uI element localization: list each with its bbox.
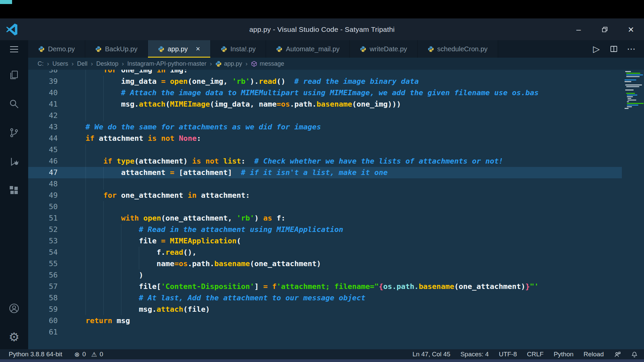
code-line[interactable]: 61: [28, 326, 644, 338]
eol-sequence[interactable]: CRLF: [527, 351, 544, 358]
code-line[interactable]: 41msg.attach(MIMEImage(img_data, name=os…: [28, 99, 644, 110]
code-line-content: # Read in the attachment using MIMEAppli…: [68, 224, 343, 235]
minimize-button[interactable]: –: [566, 18, 592, 40]
breadcrumb-file[interactable]: app.py: [215, 60, 242, 67]
restore-button[interactable]: [592, 18, 618, 40]
account-icon[interactable]: [6, 300, 22, 316]
indent-guide: [68, 133, 86, 144]
code-line[interactable]: 48: [28, 178, 644, 190]
code-line[interactable]: 45: [28, 144, 644, 156]
code-token: (): [277, 77, 294, 85]
recording-chip: [0, 0, 12, 4]
tab-bar: Demo.pyBackUp.pyapp.py×Insta!.pyAutomate…: [28, 40, 644, 58]
more-actions-button[interactable]: ⋯: [624, 42, 639, 56]
code-line[interactable]: 49for one_attachment in attachment:: [28, 190, 644, 201]
code-token: }: [525, 282, 530, 291]
code-line-content: for one_attachment in attachment:: [68, 190, 250, 201]
code-line-content: [68, 201, 121, 213]
minimap-line: [624, 96, 643, 97]
reload[interactable]: Reload: [584, 351, 604, 358]
menu-icon[interactable]: [6, 46, 22, 52]
code-line[interactable]: 59msg.attach(file): [28, 304, 644, 315]
encoding[interactable]: UTF-8: [499, 351, 517, 358]
code-line[interactable]: 57file['Content-Disposition'] = f'attach…: [28, 281, 644, 292]
code-line[interactable]: 52# Read in the attachment using MIMEApp…: [28, 224, 644, 235]
tab-app-py[interactable]: app.py×: [148, 40, 211, 58]
vscode-window: app.py - Visual Studio Code - Satyam Tri…: [0, 0, 644, 362]
indentation[interactable]: Spaces: 4: [461, 351, 489, 358]
code-line[interactable]: 58# At last, Add the attachment to our m…: [28, 292, 644, 304]
code-token: os: [281, 100, 290, 108]
search-icon[interactable]: [6, 96, 22, 112]
split-editor-button[interactable]: [606, 42, 621, 56]
code-token: os: [179, 259, 188, 268]
code-line-content: for one_img in img:: [68, 70, 188, 76]
tab-automate-mail-py[interactable]: Automate_mail.py: [266, 40, 350, 58]
code-line[interactable]: 51with open(one_attachment, 'rb') as f:: [28, 213, 644, 224]
code-line[interactable]: 43# We do the same for attachments as we…: [28, 121, 644, 133]
indent-guide: [68, 99, 86, 110]
tab-insta-py[interactable]: Insta!.py: [211, 40, 266, 58]
line-number: 51: [28, 213, 68, 224]
code-line[interactable]: 40# Attach the image data to MIMEMultipa…: [28, 87, 644, 99]
code-line[interactable]: 39img_data = open(one_img, 'rb').read() …: [28, 76, 644, 87]
extensions-icon[interactable]: [6, 182, 22, 198]
line-number: 44: [28, 133, 68, 144]
explorer-icon[interactable]: [6, 67, 22, 83]
language-mode[interactable]: Python: [554, 351, 574, 358]
code-token: attach: [157, 305, 183, 313]
settings-gear-icon[interactable]: ⚙: [6, 329, 22, 345]
indent-guide: [68, 224, 86, 235]
notifications-bell-icon[interactable]: [631, 351, 638, 358]
code-line[interactable]: 38for one_img in img:: [28, 70, 644, 76]
indent-guide: [103, 178, 121, 190]
minimap-line: [624, 110, 643, 111]
code-line-current[interactable]: 47attachment = [attachment] # if it isn'…: [28, 167, 644, 178]
breadcrumb-item[interactable]: Instagram-API-python-master: [127, 60, 206, 67]
breadcrumb-item[interactable]: Desktop: [96, 60, 118, 67]
code-token: attachment:: [201, 191, 250, 199]
feedback-icon[interactable]: [614, 351, 621, 358]
code-token: =: [277, 100, 281, 108]
code-line[interactable]: 44if attachment is not None:: [28, 133, 644, 144]
breadcrumb-item[interactable]: C:: [38, 60, 44, 67]
breadcrumb-item[interactable]: Dell: [77, 60, 88, 67]
source-control-icon[interactable]: [6, 125, 22, 141]
code-token: ): [254, 214, 263, 222]
minimap-line: [624, 88, 643, 89]
tab-close-icon[interactable]: ×: [196, 45, 200, 53]
code-line[interactable]: 60return msg: [28, 315, 644, 326]
tab-backup-py[interactable]: BackUp.py: [85, 40, 148, 58]
code-line-content: [68, 144, 103, 156]
run-debug-icon[interactable]: [6, 154, 22, 170]
tab-demo-py[interactable]: Demo.py: [28, 40, 85, 58]
close-button[interactable]: ×: [618, 18, 644, 40]
minimap[interactable]: [622, 70, 644, 349]
code-line[interactable]: 42: [28, 110, 644, 121]
code-line[interactable]: 56): [28, 269, 644, 281]
tab-writedate-py[interactable]: writeDate.py: [350, 40, 417, 58]
minimap-segment: [625, 84, 642, 85]
line-number: 43: [28, 121, 68, 133]
code-line-content: # We do the same for attachments as we d…: [68, 121, 321, 133]
run-file-button[interactable]: ▷: [589, 42, 604, 56]
breadcrumb-item[interactable]: Users: [52, 60, 68, 67]
code-line[interactable]: 55name=os.path.basename(one_attachment): [28, 258, 644, 269]
problems-status[interactable]: ⊗ 0 ⚠ 0: [74, 351, 103, 358]
code-line[interactable]: 53file = MIMEApplication(: [28, 235, 644, 247]
code-token: # We do the same for attachments as we d…: [86, 123, 321, 131]
minimap-segment: [627, 105, 638, 106]
code-editor[interactable]: 38for one_img in img:39img_data = open(o…: [28, 70, 644, 349]
interpreter-status[interactable]: Python 3.8.8 64-bit: [9, 351, 62, 358]
tab-schedulecron-py[interactable]: scheduleCron.py: [418, 40, 498, 58]
minimap-segment: [625, 81, 631, 82]
code-line[interactable]: 50: [28, 201, 644, 213]
taskbar-strip: [0, 359, 644, 362]
code-line[interactable]: 54f.read(),: [28, 247, 644, 258]
minimap-line: [624, 101, 643, 102]
indent-guide: [86, 178, 103, 190]
cursor-position[interactable]: Ln 47, Col 45: [413, 351, 450, 358]
minimap-segment: [628, 100, 636, 101]
code-line[interactable]: 46if type(attachment) is not list: # Che…: [28, 156, 644, 167]
breadcrumb-symbol[interactable]: message: [251, 60, 284, 67]
